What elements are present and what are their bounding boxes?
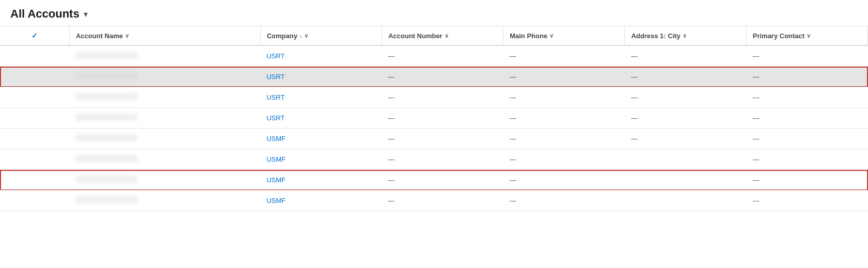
cell-account-name <box>69 67 260 87</box>
cell-main-phone: --- <box>503 45 625 67</box>
cell-address-city <box>625 149 746 170</box>
account-number-label: Account Number <box>388 32 443 40</box>
cell-account-name <box>69 129 260 149</box>
cell-account-name <box>69 45 260 67</box>
sort-desc-icon: ↓ <box>299 33 303 39</box>
cell-primary-contact: --- <box>746 129 867 149</box>
cell-main-phone: --- <box>503 149 625 170</box>
table-row[interactable]: USRT------------ <box>0 108 868 129</box>
cell-account-number: --- <box>382 45 503 67</box>
cell-main-phone: --- <box>503 191 625 211</box>
main-phone-value: --- <box>510 52 516 60</box>
main-phone-value: --- <box>510 73 516 81</box>
row-checkbox[interactable] <box>0 45 69 67</box>
cell-address-city: --- <box>625 67 746 87</box>
account-number-value: --- <box>388 135 394 143</box>
cell-address-city <box>625 191 746 211</box>
header-chevron[interactable]: ▾ <box>84 9 88 19</box>
chevron-down-icon-company: ∨ <box>304 33 308 39</box>
company-link[interactable]: USMF <box>266 135 286 143</box>
cell-primary-contact: --- <box>746 108 867 129</box>
row-checkbox[interactable] <box>0 149 69 170</box>
row-checkbox[interactable] <box>0 87 69 108</box>
address-city-label: Address 1: City <box>631 32 680 40</box>
chevron-down-icon-phone: ∨ <box>549 33 554 39</box>
cell-account-number: --- <box>382 87 503 108</box>
table-row[interactable]: USRT------------ <box>0 45 868 67</box>
company-link[interactable]: USRT <box>266 52 285 60</box>
row-checkbox[interactable] <box>0 191 69 211</box>
address-city-value: --- <box>631 135 638 143</box>
cell-company: USMF <box>260 129 382 149</box>
primary-contact-value: --- <box>752 176 759 184</box>
chevron-down-icon: ∨ <box>125 33 129 39</box>
table-row[interactable]: USMF--------- <box>0 191 868 211</box>
col-header-address-city[interactable]: Address 1: City ∨ <box>625 26 746 45</box>
primary-contact-value: --- <box>752 93 759 101</box>
account-number-value: --- <box>388 52 394 60</box>
cell-company: USMF <box>260 170 382 191</box>
cell-main-phone: --- <box>503 129 625 149</box>
cell-account-name <box>69 149 260 170</box>
accounts-table: ✓ Account Name ∨ Company ↓ ∨ <box>0 26 868 211</box>
row-checkbox[interactable] <box>0 108 69 129</box>
cell-company: USRT <box>260 87 382 108</box>
table-header-row: ✓ Account Name ∨ Company ↓ ∨ <box>0 26 868 45</box>
col-header-account-name[interactable]: Account Name ∨ <box>69 26 260 45</box>
main-phone-value: --- <box>510 135 516 143</box>
company-label: Company <box>267 32 297 40</box>
col-header-company[interactable]: Company ↓ ∨ <box>260 26 382 45</box>
cell-address-city: --- <box>625 129 746 149</box>
primary-contact-value: --- <box>752 197 759 204</box>
company-link[interactable]: USRT <box>266 114 285 122</box>
cell-account-name <box>69 87 260 108</box>
cell-account-name <box>69 170 260 191</box>
company-link[interactable]: USRT <box>266 93 285 101</box>
cell-account-name <box>69 108 260 129</box>
table-row[interactable]: USMF--------- <box>0 149 868 170</box>
company-link[interactable]: USMF <box>266 197 286 204</box>
col-header-main-phone[interactable]: Main Phone ∨ <box>503 26 625 45</box>
account-number-value: --- <box>388 155 394 163</box>
col-header-primary-contact[interactable]: Primary Contact ∨ <box>746 26 867 45</box>
cell-account-name <box>69 191 260 211</box>
main-phone-label: Main Phone <box>510 32 547 40</box>
cell-account-number: --- <box>382 108 503 129</box>
cell-address-city: --- <box>625 108 746 129</box>
row-checkbox[interactable] <box>0 129 69 149</box>
account-number-value: --- <box>388 73 394 81</box>
main-phone-value: --- <box>510 93 516 101</box>
cell-account-number: --- <box>382 170 503 191</box>
cell-main-phone: --- <box>503 170 625 191</box>
cell-primary-contact: --- <box>746 149 867 170</box>
table-row[interactable]: USMF------------ <box>0 129 868 149</box>
account-number-value: --- <box>388 197 394 204</box>
table-row[interactable]: USRT------------ <box>0 67 868 87</box>
address-city-value: --- <box>631 73 638 81</box>
company-link[interactable]: USRT <box>266 73 285 81</box>
col-header-account-number[interactable]: Account Number ∨ <box>382 26 503 45</box>
cell-primary-contact: --- <box>746 45 867 67</box>
company-link[interactable]: USMF <box>266 155 286 163</box>
cell-company: USMF <box>260 149 382 170</box>
account-number-value: --- <box>388 176 394 184</box>
main-phone-value: --- <box>510 197 516 204</box>
checkbox-column-header[interactable]: ✓ <box>0 26 69 45</box>
page-title: All Accounts <box>10 7 80 21</box>
row-checkbox[interactable] <box>0 170 69 191</box>
primary-contact-value: --- <box>752 135 759 143</box>
cell-address-city: --- <box>625 87 746 108</box>
account-name-label: Account Name <box>76 32 123 40</box>
address-city-value: --- <box>631 93 638 101</box>
cell-primary-contact: --- <box>746 87 867 108</box>
cell-company: USRT <box>260 67 382 87</box>
address-city-value: --- <box>631 114 638 122</box>
company-link[interactable]: USMF <box>266 176 286 184</box>
page-header: All Accounts ▾ <box>0 0 868 26</box>
cell-main-phone: --- <box>503 87 625 108</box>
chevron-down-icon-city: ∨ <box>683 33 687 39</box>
row-checkbox[interactable] <box>0 67 69 87</box>
table-row[interactable]: USMF--------- <box>0 170 868 191</box>
cell-address-city <box>625 170 746 191</box>
table-row[interactable]: USRT------------ <box>0 87 868 108</box>
